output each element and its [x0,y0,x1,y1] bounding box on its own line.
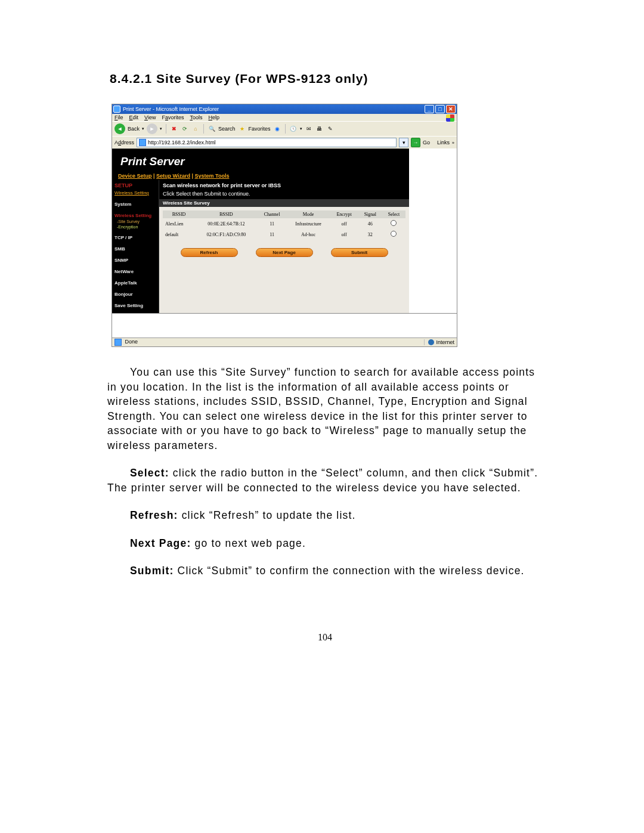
app-title: Print Server [112,148,409,172]
sidebar-encryption[interactable]: -Encryption [117,225,156,229]
menu-view[interactable]: View [144,114,156,120]
internet-zone-icon [428,339,434,345]
panel-instruction-1: Scan wireless network for print server o… [163,182,405,188]
menu-tools[interactable]: Tools [190,114,202,120]
menu-favorites[interactable]: Favorites [162,114,184,120]
links-label[interactable]: Links [437,140,450,145]
sidebar-bonjour[interactable]: Bonjour [114,292,156,297]
th-bssid: BSSID [195,210,257,218]
sidebar-system[interactable]: System [114,202,156,207]
minimize-button[interactable]: _ [425,105,434,113]
main-panel: Scan wireless network for print server o… [159,180,409,313]
page-number: 104 [107,632,543,643]
next-page-button[interactable]: Next Page [256,248,313,257]
menu-help[interactable]: Help [208,114,219,120]
go-label: Go [423,140,430,145]
nav-device-setup[interactable]: Device Setup [118,173,152,179]
menubar: File Edit View Favorites Tools Help [112,114,457,121]
favorites-label: Favorites [249,126,271,132]
history-icon[interactable]: 🕓 [289,125,298,133]
cell-signal: 32 [358,229,382,240]
paragraph-intro: You can use this “Site Survey” function … [107,365,543,453]
th-select: Select [382,210,405,218]
mail-icon[interactable]: ✉ [305,125,313,133]
address-label: Address [114,140,134,145]
back-label: Back [128,126,140,132]
text-refresh: click “Refresh” to update the list. [178,509,356,521]
favorites-icon[interactable]: ★ [238,125,246,133]
window-titlebar: Print Server - Microsoft Internet Explor… [112,104,457,114]
label-refresh: Refresh: [130,509,178,521]
nav-system-tools[interactable]: System Tools [195,173,230,179]
search-label: Search [218,126,236,132]
th-encrypt: Encrypt [330,210,358,218]
sidebar-setup: SETUP [114,182,156,188]
stop-button[interactable]: ✖ [170,125,178,133]
cell-encrypt: off [330,218,358,229]
cell-channel: 11 [258,218,287,229]
close-button[interactable]: ✕ [446,105,456,113]
ie-icon [113,106,120,113]
sidebar-wireless-setting[interactable]: Wireless Setting [114,213,156,218]
windows-flag-icon [446,114,454,122]
window-title: Print Server - Microsoft Internet Explor… [123,106,425,112]
statusbar: Done Internet [112,337,457,346]
survey-table: BSSID BSSID Channel Mode Encrypt Signal … [163,210,405,240]
address-input[interactable]: http://192.168.2.2/index.html [137,138,397,147]
toolbar: ◄ Back ▾ ► ▾ ✖ ⟳ ⌂ 🔍 Search ★ Favorites … [112,121,457,136]
sidebar-save-setting[interactable]: Save Setting [114,303,156,308]
home-button[interactable]: ⌂ [191,125,200,133]
th-signal: Signal [358,210,382,218]
forward-button[interactable]: ► [147,123,157,134]
th-mode: Mode [287,210,330,218]
back-button[interactable]: ◄ [114,123,125,134]
app-topnav: Device Setup | Setup Wizard | System Too… [112,172,409,180]
cell-mode: Ad-hoc [287,229,330,240]
cell-encrypt: off [330,229,358,240]
address-dropdown[interactable]: ▾ [399,138,408,147]
cell-signal: 46 [358,218,382,229]
address-url: http://192.168.2.2/index.html [148,140,216,145]
sidebar-wireless-setting-link[interactable]: Wireless Setting [114,190,156,196]
cell-bssid: 02:0C:F1:AD:C9:80 [195,229,257,240]
paragraph-select: Select: click the radio button in the “S… [107,466,543,495]
maximize-button[interactable]: □ [435,105,445,113]
sidebar-smb[interactable]: SMB [114,246,156,252]
cell-mode: Infrastructure [287,218,330,229]
sidebar-tcpip[interactable]: TCP / IP [114,235,156,240]
cell-bssid: 00:0E:2E:64:7B:12 [195,218,257,229]
refresh-button[interactable]: Refresh [181,248,238,257]
internet-zone-label: Internet [436,339,454,345]
menu-file[interactable]: File [114,114,123,120]
label-next: Next Page: [130,537,191,549]
edit-icon[interactable]: ✎ [326,125,335,133]
page-icon [139,139,146,146]
sidebar-appletalk[interactable]: AppleTalk [114,280,156,286]
media-icon[interactable]: ◉ [273,125,281,133]
sidebar-netware[interactable]: NetWare [114,269,156,274]
text-submit: Click “Submit” to confirm the connection… [174,565,525,577]
label-select: Select: [130,467,169,479]
table-row: default 02:0C:F1:AD:C9:80 11 Ad-hoc off … [163,229,405,240]
search-icon[interactable]: 🔍 [208,125,216,133]
cell-channel: 11 [258,229,287,240]
status-done-icon [114,339,122,346]
th-ssid: BSSID [163,210,195,218]
panel-instruction-2: Click Select then Submit to continue. [163,191,405,197]
cell-ssid: default [163,229,195,240]
go-button[interactable]: → [411,138,420,147]
section-heading: 8.4.2.1 Site Survey (For WPS-9123 only) [110,72,543,86]
nav-setup-wizard[interactable]: Setup Wizard [156,173,190,179]
sidebar-site-survey[interactable]: -Site Survey [117,219,156,224]
select-radio[interactable] [391,231,397,237]
sidebar-snmp[interactable]: SNMP [114,258,156,263]
status-done: Done [125,339,138,345]
menu-edit[interactable]: Edit [129,114,139,120]
submit-button[interactable]: Submit [331,248,388,257]
cell-ssid: AlexLien [163,218,195,229]
panel-title: Wireless Site Survey [159,199,409,207]
select-radio[interactable] [391,220,397,226]
print-icon[interactable]: 🖶 [315,125,324,133]
text-next: go to next web page. [191,537,306,549]
refresh-toolbar-button[interactable]: ⟳ [181,125,189,133]
